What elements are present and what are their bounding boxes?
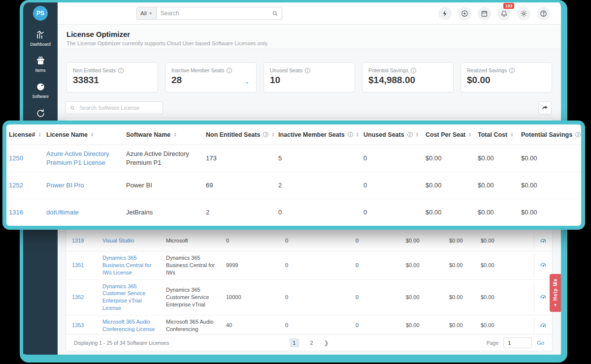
license-name-link[interactable]: Azure Active Directory Premium P1 Licens…	[46, 150, 126, 167]
sort-icon[interactable]: ▲▼	[173, 132, 176, 137]
table-row[interactable]: 1353Microsoft 365 Audio Conferencing Lic…	[66, 315, 552, 334]
license-name-link[interactable]: Power BI Pro	[46, 181, 126, 190]
help-me-tab[interactable]: ▲ Help Me	[550, 274, 561, 312]
sort-icon[interactable]: ▲▼	[38, 132, 41, 137]
license-id-link[interactable]: 1351	[66, 262, 102, 269]
calendar-button[interactable]	[478, 7, 491, 20]
cell-inactive: 0	[285, 322, 356, 329]
license-search-input[interactable]	[78, 104, 159, 111]
license-id-link[interactable]: 1316	[6, 208, 46, 217]
info-icon[interactable]: i	[575, 132, 581, 137]
cell-software_name: JetBrains	[126, 208, 206, 217]
license-name-link[interactable]: dotUltimate	[46, 208, 126, 217]
sidebar-item-label: Software	[32, 94, 49, 99]
license-name-link[interactable]: Dynamics 365 Customer Service Enterprise…	[102, 283, 166, 312]
gauge-icon[interactable]	[540, 262, 547, 269]
quick-actions-button[interactable]	[438, 7, 452, 20]
next-page-icon[interactable]: ❯	[324, 339, 329, 346]
license-name-link[interactable]: Microsoft 365 Audio Conferencing License	[102, 318, 166, 333]
cell-cost_per_seat: $0.00	[406, 262, 449, 269]
info-icon[interactable]: i	[411, 68, 416, 73]
cell-total_cost: $0.00	[449, 237, 481, 244]
info-icon[interactable]: i	[263, 132, 268, 137]
gear-icon	[520, 10, 527, 17]
license-id-link[interactable]: 1353	[66, 322, 102, 329]
cell-inactive: 0	[285, 237, 356, 244]
cell-non_entitled: 40	[226, 322, 285, 329]
add-button[interactable]	[458, 7, 471, 20]
table-row[interactable]: 1351Dynamics 365 Business Central for IW…	[66, 251, 552, 280]
go-button[interactable]: Go	[537, 340, 544, 346]
items-icon	[36, 56, 45, 65]
search-input[interactable]	[157, 7, 268, 19]
sidebar-item-software[interactable]: Software	[24, 82, 57, 99]
license-id-link[interactable]: 1352	[66, 294, 102, 301]
page-number[interactable]: 2	[306, 338, 316, 347]
settings-button[interactable]	[517, 7, 530, 20]
sidebar-item-items[interactable]: Items	[24, 56, 57, 73]
sort-icon[interactable]: ▲▼	[356, 132, 359, 137]
license-id-link[interactable]: 1319	[66, 237, 102, 244]
cell-unused: 0	[356, 322, 406, 329]
column-header[interactable]: Total Cost▲▼	[478, 131, 521, 138]
column-header[interactable]: Inactive Member Seatsi▲▼	[278, 131, 363, 138]
cell-total_cost: $0.00	[449, 322, 481, 329]
sort-icon[interactable]: ▲▼	[510, 132, 513, 137]
license-id-link[interactable]: 1250	[6, 154, 46, 163]
sort-icon[interactable]: ▲▼	[416, 132, 419, 137]
column-header[interactable]: Cost Per Seat▲▼	[426, 131, 478, 138]
gauge-icon[interactable]	[540, 238, 547, 244]
cell-software_name: Azure Active Directory Premium P1	[126, 150, 206, 167]
column-label: Inactive Member Seats	[278, 131, 345, 138]
license-name-link[interactable]: Visual Studio	[102, 237, 166, 244]
cell-software_name: Microsoft	[166, 237, 226, 244]
cell-cost_per_seat: $0.00	[426, 181, 478, 190]
info-icon[interactable]: i	[509, 68, 515, 73]
share-arrow-icon	[541, 104, 549, 112]
table-row[interactable]: 1319Visual StudioMicrosoft000$0.00$0.00$…	[66, 231, 552, 251]
page-input[interactable]	[503, 337, 532, 348]
topbar: All ▼ 103	[58, 2, 561, 25]
column-header[interactable]: License Name▲▼	[46, 131, 126, 138]
column-label: License#	[9, 131, 35, 138]
info-icon[interactable]: i	[348, 132, 353, 137]
notifications-button[interactable]: 103	[497, 7, 511, 20]
export-button[interactable]	[538, 101, 552, 115]
topbar-icons: 103	[438, 7, 561, 20]
sort-icon[interactable]: ▲▼	[468, 132, 471, 137]
sort-icon[interactable]: ▲▼	[271, 132, 274, 137]
sort-icon[interactable]: ▲▼	[91, 132, 94, 137]
table-row[interactable]: 1252Power BI ProPower BI6920$0.00$0.00$0…	[6, 172, 581, 199]
table-header-row: License#▲▼License Name▲▼Software Name▲▼N…	[6, 124, 581, 145]
info-icon[interactable]: i	[305, 68, 310, 73]
table-row[interactable]: 1316dotUltimateJetBrains200$0.00$0.00$0.…	[6, 199, 581, 226]
column-header[interactable]: Unused Seatsi▲▼	[363, 131, 426, 138]
info-icon[interactable]: i	[407, 132, 413, 137]
gauge-icon[interactable]	[540, 322, 547, 329]
column-header[interactable]: Non Entitled Seatsi▲▼	[206, 131, 278, 138]
info-icon[interactable]: i	[227, 68, 232, 73]
page-title: License Optimizer	[66, 30, 561, 38]
column-header[interactable]: Potential Savingsi▲▼	[521, 131, 581, 138]
sidebar-item-dashboard[interactable]: Dashboard	[24, 30, 57, 47]
column-header[interactable]: License#▲▼	[6, 131, 46, 138]
search-icon[interactable]	[268, 7, 282, 19]
avatar[interactable]: PS	[33, 6, 48, 21]
help-button[interactable]	[537, 7, 550, 20]
license-id-link[interactable]: 1252	[6, 181, 46, 190]
cell-non_entitled: 2	[206, 208, 278, 217]
cell-potential_savings: $0.00	[481, 322, 534, 329]
search-scope-dropdown[interactable]: All ▼	[137, 7, 157, 19]
info-icon[interactable]: i	[118, 68, 124, 73]
license-name-link[interactable]: Dynamics 365 Business Central for IWs Li…	[102, 254, 166, 276]
arrow-right-icon[interactable]: →	[242, 77, 250, 86]
global-search: All ▼	[136, 7, 282, 20]
page-number[interactable]: 1	[289, 338, 299, 347]
gauge-icon[interactable]	[540, 294, 547, 301]
column-label: Total Cost	[478, 131, 507, 138]
column-label: Software Name	[126, 131, 170, 138]
table-row[interactable]: 1250Azure Active Directory Premium P1 Li…	[6, 145, 581, 172]
stat-label: Non Entitled Seatsi	[73, 67, 152, 73]
table-row[interactable]: 1352Dynamics 365 Customer Service Enterp…	[66, 280, 552, 315]
column-header[interactable]: Software Name▲▼	[126, 131, 206, 138]
